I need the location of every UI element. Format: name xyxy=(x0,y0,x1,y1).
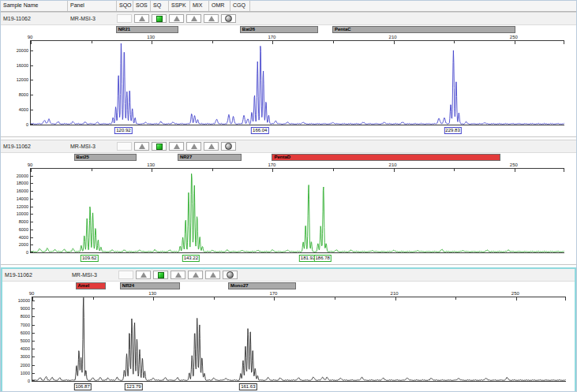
mix-flag-triangle-icon[interactable] xyxy=(186,14,201,23)
cgq-flag-sphere-icon[interactable] xyxy=(221,14,236,23)
fragment-analysis-window: Sample NamePanelSQOSOSSQSSPKMIXOMRCGQ M1… xyxy=(0,0,577,392)
x-tick-label: 90 xyxy=(28,162,33,168)
triangle-icon xyxy=(139,144,145,149)
sample-name: M19-11062 xyxy=(1,144,68,149)
marker-bar-mono27[interactable]: Mono27 xyxy=(228,282,296,289)
cgq-flag-sphere-icon[interactable] xyxy=(221,142,236,151)
panel-name: MR-MSI-3 xyxy=(68,16,117,21)
x-axis-labels: 90130170210250 xyxy=(1,162,576,168)
x-tick-label: 130 xyxy=(147,162,155,168)
sq-flag-square-icon[interactable] xyxy=(153,271,168,279)
triangle-icon xyxy=(175,272,182,278)
peak-size-label[interactable]: 161.63 xyxy=(239,383,257,390)
panel-header-row[interactable]: M19-11062MR-MSI-3 xyxy=(1,140,576,153)
marker-bar-nr24[interactable]: NR24 xyxy=(120,282,180,289)
triangle-icon xyxy=(191,16,197,21)
triangle-icon xyxy=(174,144,180,149)
peak-size-label[interactable]: 120.92 xyxy=(114,127,132,134)
electropherogram-panel-3[interactable]: M19-11062MR-MSI-3AmelNR24Mono27901301702… xyxy=(1,267,576,392)
trace-svg xyxy=(31,169,564,252)
y-tick-label: 7000 xyxy=(4,323,30,327)
column-header-label: MIX xyxy=(193,2,202,8)
column-header-sspk: SSPK xyxy=(169,1,190,11)
sample-name: M19-11062 xyxy=(2,272,69,278)
column-header-label: SOS xyxy=(136,2,148,8)
sq-flag-square-icon[interactable] xyxy=(152,142,167,151)
x-axis-labels: 90130170210250 xyxy=(2,290,575,297)
trace-plot[interactable]: 0200040006000800010000120001400016000180… xyxy=(30,168,564,253)
marker-bar-pentad[interactable]: PentaD xyxy=(272,154,500,161)
panel-header-row[interactable]: M19-11062MR-MSI-3 xyxy=(2,269,575,282)
trace-line xyxy=(32,297,566,380)
marker-label: NR27 xyxy=(180,155,192,159)
column-header-label: SQ xyxy=(153,2,161,8)
y-tick-label: 8000 xyxy=(2,219,28,224)
x-tick-label: 170 xyxy=(268,34,275,40)
marker-label: NR24 xyxy=(122,283,134,288)
peak-size-label[interactable]: 143.22 xyxy=(182,255,200,262)
peak-label-row: 109.62143.22181.92186.78 xyxy=(1,253,576,264)
y-tick-label: 10000 xyxy=(2,211,28,216)
y-tick-label: 2000 xyxy=(2,242,28,247)
sphere-icon xyxy=(225,143,232,150)
peak-size-label[interactable]: 166.04 xyxy=(251,127,268,134)
x-tick-label: 250 xyxy=(510,162,518,168)
sqo-flag-cell xyxy=(117,142,132,151)
marker-label: Bat25 xyxy=(77,155,89,159)
sspk-flag-triangle-icon[interactable] xyxy=(169,142,184,151)
y-tick-label: 9000 xyxy=(4,306,30,311)
green-square-icon xyxy=(156,144,163,150)
x-tick-label: 250 xyxy=(511,290,519,297)
omr-flag-triangle-icon[interactable] xyxy=(205,271,220,279)
trace-plot[interactable]: 0100020003000400050006000700080009000100… xyxy=(32,297,566,382)
y-tick-label: 12000 xyxy=(2,204,28,209)
sos-flag-triangle-icon[interactable] xyxy=(134,142,149,151)
peak-label-row: 106.87123.79161.63 xyxy=(2,382,575,392)
triangle-icon xyxy=(208,144,215,149)
sspk-flag-triangle-icon[interactable] xyxy=(170,271,185,279)
peak-size-label[interactable]: 186.78 xyxy=(313,255,331,262)
peak-size-label[interactable]: 229.83 xyxy=(444,127,461,134)
x-tick-label: 250 xyxy=(510,34,518,40)
marker-label: PentaD xyxy=(274,155,290,159)
column-header-omr: OMR xyxy=(209,1,230,11)
peak-size-label[interactable]: 106.87 xyxy=(73,383,91,390)
sspk-flag-triangle-icon[interactable] xyxy=(169,14,184,23)
sphere-icon xyxy=(227,271,234,278)
peak-size-label[interactable]: 109.62 xyxy=(81,255,98,262)
omr-flag-triangle-icon[interactable] xyxy=(204,14,219,23)
marker-label: Mono27 xyxy=(230,283,249,288)
trace-svg xyxy=(32,297,566,381)
sos-flag-triangle-icon[interactable] xyxy=(136,271,151,279)
y-tick-label: 14000 xyxy=(2,196,28,201)
triangle-icon xyxy=(210,272,216,278)
y-tick-label: 20000 xyxy=(2,174,28,178)
marker-bar-pentac[interactable]: PentaC xyxy=(332,26,515,33)
marker-label: Bat26 xyxy=(242,27,255,32)
marker-bar-bat26[interactable]: Bat26 xyxy=(240,26,318,33)
trace-plot[interactable]: 040008000120001600020000 xyxy=(30,40,564,125)
y-tick-label: 1000 xyxy=(4,371,30,375)
sphere-icon xyxy=(225,15,232,22)
sos-flag-triangle-icon[interactable] xyxy=(134,14,149,23)
column-header-sqo: SQO xyxy=(117,1,133,11)
panel-header-row[interactable]: M19-11062MR-MSI-3 xyxy=(1,13,576,25)
mix-flag-triangle-icon[interactable] xyxy=(186,142,201,151)
marker-label: Amel xyxy=(78,283,90,288)
marker-bar-amel[interactable]: Amel xyxy=(76,282,106,289)
peak-size-label[interactable]: 123.79 xyxy=(125,383,142,390)
triangle-icon xyxy=(191,144,197,149)
marker-bar-nr21[interactable]: NR21 xyxy=(116,26,178,33)
electropherogram-panel-1[interactable]: M19-11062MR-MSI-3NR21Bat26PentaC90130170… xyxy=(1,12,576,137)
cgq-flag-sphere-icon[interactable] xyxy=(223,271,238,279)
marker-bar-bat25[interactable]: Bat25 xyxy=(74,154,137,161)
triangle-icon xyxy=(208,16,215,21)
electropherogram-panel-2[interactable]: M19-11062MR-MSI-3Bat25NR27PentaD90130170… xyxy=(1,140,576,265)
marker-bar-nr27[interactable]: NR27 xyxy=(178,154,242,161)
mix-flag-triangle-icon[interactable] xyxy=(188,271,203,279)
sq-flag-square-icon[interactable] xyxy=(152,14,167,23)
y-tick-label: 16000 xyxy=(2,189,28,193)
y-tick-label: 3000 xyxy=(4,354,30,359)
y-tick-label: 4000 xyxy=(2,235,28,240)
omr-flag-triangle-icon[interactable] xyxy=(204,142,219,151)
